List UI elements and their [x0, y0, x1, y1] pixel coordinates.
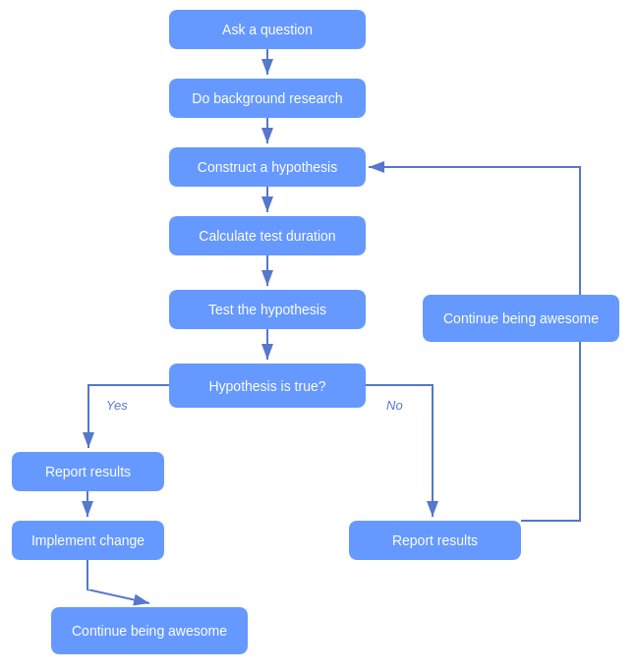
node-continue-awesome-left: Continue being awesome — [51, 607, 248, 654]
node-construct-hypothesis: Construct a hypothesis — [169, 147, 366, 187]
node-background-research: Do background research — [169, 79, 366, 118]
node-implement-change: Implement change — [12, 521, 164, 560]
node-report-results-right: Report results — [349, 521, 521, 560]
node-calculate-duration: Calculate test duration — [169, 216, 366, 255]
node-ask-question: Ask a question — [169, 10, 366, 49]
node-test-hypothesis: Test the hypothesis — [169, 290, 366, 329]
label-yes: Yes — [106, 398, 128, 413]
node-report-results-left: Report results — [12, 452, 164, 491]
flowchart: Ask a question Do background research Co… — [0, 0, 637, 672]
node-continue-awesome-right: Continue being awesome — [423, 295, 619, 342]
label-no: No — [386, 398, 403, 413]
node-hypothesis-true: Hypothesis is true? — [169, 364, 366, 408]
